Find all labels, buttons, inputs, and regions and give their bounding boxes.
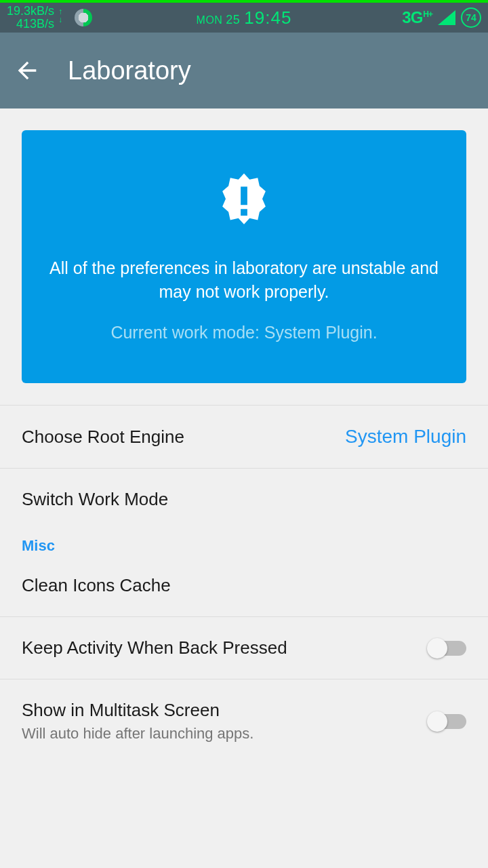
warning-badge-icon	[49, 171, 439, 232]
svg-rect-0	[241, 186, 247, 205]
signal-icon	[438, 10, 455, 25]
sync-icon	[75, 9, 92, 26]
net-down-speed: 19.3kB/s	[7, 5, 54, 18]
toggle-keep-activity[interactable]	[428, 641, 466, 656]
pref-label: Choose Root Engine	[22, 427, 184, 448]
signal-label: 3GH+	[402, 8, 432, 27]
pref-label: Keep Activity When Back Pressed	[22, 637, 287, 658]
warning-subtext: Current work mode: System Plugin.	[49, 323, 439, 342]
pref-show-multitask[interactable]: Show in Multitask Screen Will auto hide …	[0, 679, 488, 763]
status-left: 19.3kB/s 413B/s ↑↓	[7, 5, 92, 31]
net-arrows-icon: ↑↓	[58, 7, 62, 24]
pref-keep-activity[interactable]: Keep Activity When Back Pressed	[0, 617, 488, 679]
app-bar: Laboratory	[0, 33, 488, 108]
pref-sublabel: Will auto hide after launching apps.	[22, 725, 253, 743]
status-right: 3GH+ 74	[402, 7, 481, 28]
toggle-knob	[427, 638, 447, 658]
svg-rect-1	[241, 209, 247, 216]
clock-time: 19:45	[244, 7, 291, 28]
page-title: Laboratory	[68, 56, 191, 85]
pref-label: Show in Multitask Screen	[22, 700, 253, 721]
warning-text: All of the preferences in laboratory are…	[49, 256, 439, 304]
date-weekday: MON	[197, 14, 223, 26]
content: All of the preferences in laboratory are…	[0, 130, 488, 763]
toggle-show-multitask[interactable]	[428, 714, 466, 729]
pref-label: Clean Icons Cache	[22, 575, 171, 596]
status-bar: 19.3kB/s 413B/s ↑↓ MON 25 19:45 3GH+ 74	[0, 0, 488, 33]
pref-clean-icons-cache[interactable]: Clean Icons Cache	[0, 555, 488, 617]
toggle-knob	[427, 711, 447, 732]
arrow-back-icon	[14, 57, 41, 84]
back-button[interactable]	[14, 57, 41, 84]
pref-choose-root-engine[interactable]: Choose Root Engine System Plugin	[0, 406, 488, 469]
net-up-speed: 413B/s	[7, 18, 54, 31]
status-clock: MON 25 19:45	[197, 7, 292, 28]
section-header-misc: Misc	[0, 530, 488, 555]
battery-badge: 74	[461, 7, 481, 28]
network-speed: 19.3kB/s 413B/s	[7, 5, 54, 31]
warning-card: All of the preferences in laboratory are…	[22, 130, 466, 383]
pref-switch-work-mode[interactable]: Switch Work Mode	[0, 469, 488, 530]
pref-label: Switch Work Mode	[22, 489, 168, 510]
date-day: 25	[226, 13, 240, 26]
pref-value: System Plugin	[345, 426, 466, 448]
